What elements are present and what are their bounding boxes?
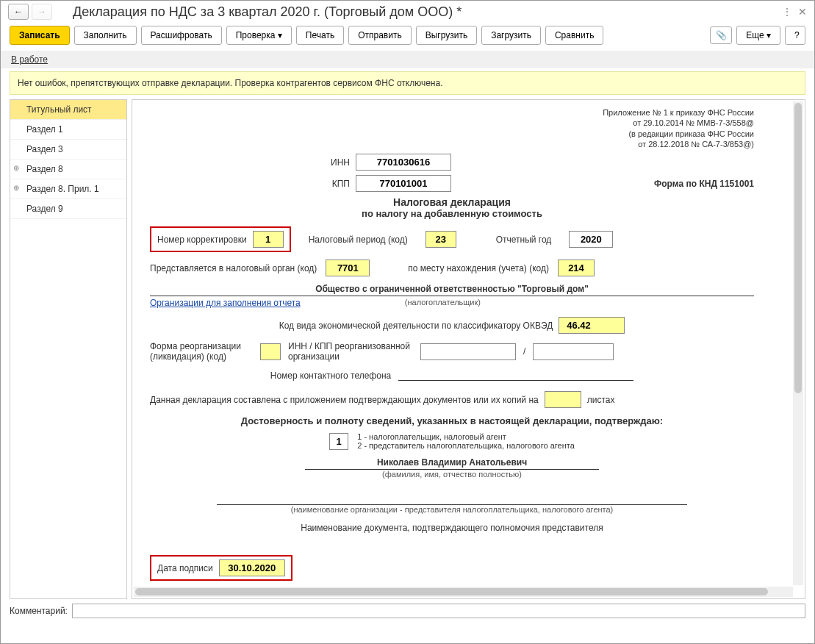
form-title-1: Налоговая декларация [150, 196, 754, 208]
confirm-header: Достоверность и полноту сведений, указан… [150, 415, 754, 426]
toolbar: Записать Заполнить Расшифровать Проверка… [1, 23, 814, 51]
status-link[interactable]: В работе [11, 54, 48, 65]
reorg-code-field[interactable] [260, 343, 281, 360]
reorg-inn-label: ИНН / КПП реорганизованной организации [288, 341, 413, 362]
place-field[interactable] [558, 260, 595, 276]
docs-pages-field[interactable] [545, 391, 581, 408]
form-view: Приложение № 1 к приказу ФНС России от 2… [132, 99, 805, 599]
sidebar-item-section8[interactable]: Раздел 8 [10, 160, 126, 179]
sidebar-item-title[interactable]: Титульный лист [10, 100, 126, 120]
doc-name-label: Наименование документа, подтверждающего … [150, 523, 754, 533]
kpp-field[interactable] [356, 175, 451, 192]
phone-label: Номер контактного телефона [270, 371, 391, 381]
nav-forward-button: → [32, 4, 52, 20]
topbar: ← → Декларация по НДС за 3 квартал 2020 … [1, 1, 814, 23]
status-bar: В работе [1, 51, 814, 68]
confirm-opt1: 1 - налогоплательщик, налоговый агент [357, 432, 575, 441]
confirm-field[interactable] [329, 433, 348, 450]
chevron-down-icon: ▾ [766, 30, 771, 40]
rep-note: (наименование организации - представител… [150, 505, 754, 514]
reorg-inn-field[interactable] [420, 343, 516, 360]
form-title-2: по налогу на добавленную стоимость [150, 208, 754, 219]
correction-label: Номер корректировки [157, 235, 247, 245]
reorg-label: Форма реорганизации (ликвидация) (код) [150, 341, 253, 362]
place-label: по месту нахождения (учета) (код) [408, 263, 549, 273]
inn-field[interactable] [356, 154, 451, 171]
sidebar-item-section3[interactable]: Раздел 3 [10, 140, 126, 160]
taxpayer-note: (налогоплательщик) [301, 298, 754, 308]
attachment-icon[interactable]: 📎 [710, 26, 732, 44]
sidebar-item-section1[interactable]: Раздел 1 [10, 120, 126, 140]
correction-box: Номер корректировки [150, 226, 291, 252]
knd-label: Форма по КНД 1151001 [654, 179, 754, 189]
unload-button[interactable]: Выгрузить [416, 26, 478, 45]
submit-field[interactable] [326, 260, 370, 276]
window-title: Декларация по НДС за 3 квартал 2020 г. (… [55, 4, 782, 20]
load-button[interactable]: Загрузить [481, 26, 541, 45]
submit-label: Представляется в налоговый орган (код) [150, 263, 317, 273]
decode-button[interactable]: Расшифровать [141, 26, 222, 45]
scrollbar-vertical[interactable] [793, 101, 803, 585]
fill-org-link[interactable]: Организации для заполнения отчета [150, 298, 301, 308]
more-button[interactable]: Еще ▾ [736, 26, 780, 45]
docs-label-pre: Данная декларация составлена с приложени… [150, 395, 539, 405]
fill-button[interactable]: Заполнить [74, 26, 137, 45]
message-bar: Нет ошибок, препятствующих отправке декл… [10, 71, 805, 95]
print-button[interactable]: Печать [296, 26, 344, 45]
sign-date-box: Дата подписи [150, 555, 292, 581]
chevron-down-icon: ▾ [278, 30, 282, 40]
okved-label: Код вида экономической деятельности по к… [279, 321, 553, 331]
check-button[interactable]: Проверка ▾ [226, 26, 292, 45]
menu-dots-icon[interactable]: ⋮ [782, 6, 792, 18]
content-area: Титульный лист Раздел 1 Раздел 3 Раздел … [1, 99, 814, 599]
comment-bar: Комментарий: [1, 599, 814, 623]
help-button[interactable]: ? [785, 26, 805, 45]
annex-block: Приложение № 1 к приказу ФНС России от 2… [534, 107, 754, 149]
compare-button[interactable]: Сравнить [545, 26, 603, 45]
comment-label: Комментарий: [10, 606, 68, 616]
sidebar: Титульный лист Раздел 1 Раздел 3 Раздел … [10, 99, 127, 599]
period-label: Налоговый период (код) [309, 235, 408, 245]
comment-input[interactable] [72, 604, 805, 618]
sign-date-label: Дата подписи [157, 563, 213, 573]
scrollbar-horizontal[interactable] [134, 587, 793, 597]
inn-label: ИНН [150, 157, 356, 168]
sign-date-field[interactable] [219, 559, 285, 576]
sidebar-item-section8-app1[interactable]: Раздел 8. Прил. 1 [10, 179, 126, 199]
reorg-kpp-field[interactable] [533, 343, 614, 360]
year-label: Отчетный год [496, 235, 552, 245]
rep-name-line[interactable] [217, 493, 687, 505]
fio: Николаев Владимир Анатольевич [305, 457, 599, 470]
year-field[interactable] [569, 231, 613, 248]
phone-field[interactable] [398, 369, 633, 381]
sidebar-item-section9[interactable]: Раздел 9 [10, 199, 126, 219]
kpp-label: КПП [150, 179, 356, 189]
correction-field[interactable] [253, 231, 284, 248]
confirm-opt2: 2 - представитель налогоплательщика, нал… [357, 441, 575, 450]
close-icon[interactable]: ✕ [798, 6, 807, 18]
fio-note: (фамилия, имя, отчество полностью) [150, 470, 754, 479]
write-button[interactable]: Записать [10, 26, 70, 45]
nav-back-button[interactable]: ← [8, 4, 29, 20]
okved-field[interactable] [559, 317, 625, 334]
send-button[interactable]: Отправить [348, 26, 412, 45]
docs-label-post: листах [587, 395, 615, 405]
company-name: Общество с ограниченной ответственностью… [150, 284, 754, 296]
period-field[interactable] [426, 231, 456, 248]
